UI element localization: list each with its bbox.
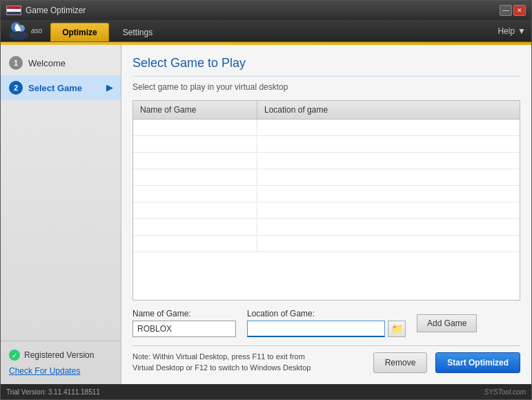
title-bar: Game Optimizer — ✕ [1, 1, 531, 20]
table-row[interactable] [133, 153, 520, 169]
logo-area: ♞ aso [6, 20, 42, 41]
footer: Trial Version: 3.11.4111.18511 SYSTool.c… [1, 384, 531, 399]
table-row[interactable] [133, 169, 520, 186]
sidebar-bottom: ✓ Registered Version Check For Updates [1, 341, 121, 384]
location-label: Location of Game: [247, 309, 406, 318]
watermark-label: SYSTool.com [484, 388, 526, 396]
table-row[interactable] [133, 186, 520, 202]
check-updates-link[interactable]: Check For Updates [9, 366, 80, 376]
sidebar-item-welcome-label: Welcome [28, 58, 66, 68]
table-row[interactable] [133, 202, 520, 219]
version-label: Trial Version: 3.11.4111.18511 [6, 388, 100, 396]
add-game-button[interactable]: Add Game [417, 314, 477, 332]
browse-folder-button[interactable]: 📁 [388, 321, 406, 337]
step-1-circle: 1 [9, 56, 23, 70]
tab-settings[interactable]: Settings [112, 23, 164, 41]
location-wrapper: 📁 [247, 321, 406, 337]
registered-badge: ✓ Registered Version [9, 350, 112, 361]
content-panel: Select Game to Play Select game to play … [121, 45, 531, 384]
registered-label: Registered Version [24, 350, 94, 360]
main-area: 1 Welcome 2 Select Game ▶ ✓ Registered V… [1, 45, 531, 384]
help-menu[interactable]: Help ▼ [497, 20, 526, 41]
table-header: Name of Game Location of game [133, 101, 520, 120]
name-form-group: Name of Game: [132, 309, 236, 337]
column-location-of-game: Location of game [257, 101, 520, 119]
location-input[interactable] [247, 321, 385, 337]
table-row[interactable] [133, 120, 520, 136]
tab-optimize[interactable]: Optimize [50, 23, 109, 41]
bottom-bar: Note: Within Virtual Desktop, press F11 … [132, 345, 520, 373]
app-logo-icon: ♞ [6, 21, 31, 41]
name-input[interactable] [132, 321, 236, 337]
sidebar-item-select-game-label: Select Game [28, 83, 82, 93]
close-button[interactable]: ✕ [513, 5, 526, 16]
svg-text:♞: ♞ [13, 22, 22, 33]
window-title: Game Optimizer [26, 6, 86, 15]
registered-check-icon: ✓ [9, 350, 20, 361]
aso-label: aso [31, 27, 42, 35]
sidebar-item-welcome[interactable]: 1 Welcome [1, 50, 121, 75]
title-bar-left: Game Optimizer [6, 6, 86, 15]
location-form-group: Location of Game: 📁 [247, 309, 406, 337]
name-label: Name of Game: [132, 309, 236, 318]
column-name-of-game: Name of Game [133, 101, 257, 119]
step-2-circle: 2 [9, 81, 23, 95]
minimize-button[interactable]: — [500, 5, 512, 16]
menu-bar: ♞ aso Optimize Settings Help ▼ [1, 20, 531, 42]
main-window: Game Optimizer — ✕ ♞ aso Optimize Settin… [0, 0, 532, 400]
content-title: Select Game to Play [132, 56, 520, 77]
bottom-note: Note: Within Virtual Desktop, press F11 … [132, 352, 365, 373]
table-body [133, 120, 520, 252]
title-bar-controls: — ✕ [500, 5, 526, 16]
table-row[interactable] [133, 136, 520, 153]
table-row[interactable] [133, 219, 520, 236]
sidebar: 1 Welcome 2 Select Game ▶ ✓ Registered V… [1, 45, 121, 384]
table-row[interactable] [133, 236, 520, 252]
game-table: Name of Game Location of game [132, 100, 520, 301]
remove-button[interactable]: Remove [373, 352, 428, 373]
form-row: Name of Game: Location of Game: 📁 Add Ga… [132, 309, 520, 337]
form-area: Name of Game: Location of Game: 📁 Add Ga… [132, 309, 520, 337]
start-optimized-button[interactable]: Start Optimized [435, 352, 520, 373]
sidebar-item-select-game[interactable]: 2 Select Game ▶ [1, 75, 121, 100]
content-subtitle: Select game to play in your virtual desk… [132, 82, 520, 92]
sidebar-arrow-icon: ▶ [106, 83, 112, 93]
flag-icon [6, 6, 21, 15]
